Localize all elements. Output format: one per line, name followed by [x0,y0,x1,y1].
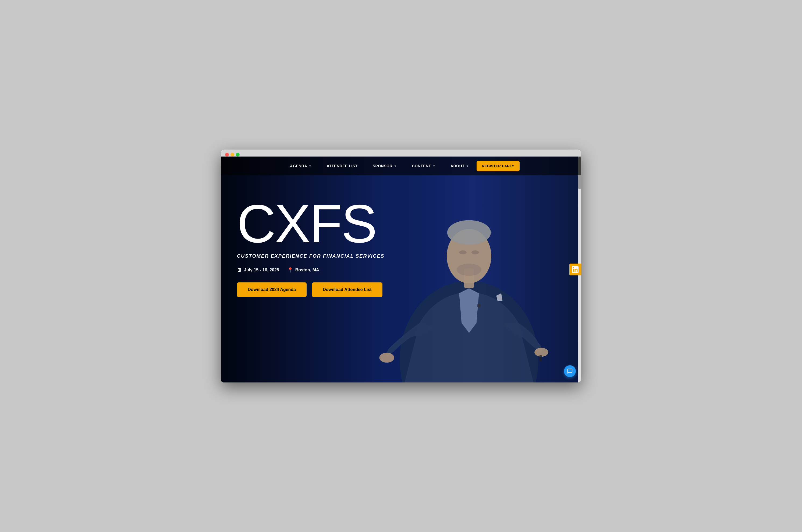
hero-location: 📍 Boston, MA [287,267,319,273]
location-pin-icon: 📍 [287,267,293,273]
minimize-button[interactable] [230,153,234,156]
hero-content: CXFS CUSTOMER EXPERIENCE FOR FINANCIAL S… [221,175,581,313]
hero-meta: 🗓 July 15 - 16, 2025 📍 Boston, MA [237,267,565,273]
sponsor-dropdown-arrow: ▼ [394,165,397,168]
nav-item-attendee-list[interactable]: ATTENDEE LIST [319,157,365,174]
maximize-button[interactable] [236,153,240,156]
agenda-dropdown-arrow: ▼ [309,165,311,168]
chat-icon [567,368,573,374]
content-dropdown-arrow: ▼ [433,165,435,168]
browser-chrome [221,150,581,156]
download-agenda-button[interactable]: Download 2024 Agenda [237,282,307,297]
about-dropdown-arrow: ▼ [466,165,469,168]
linkedin-icon [572,266,578,273]
browser-window: AGENDA ▼ ATTENDEE LIST SPONSOR ▼ CONTENT… [221,150,581,382]
linkedin-sidebar-button[interactable] [569,264,581,276]
register-early-button[interactable]: REGISTER EARLY [477,161,520,171]
hero-buttons: Download 2024 Agenda Download Attendee L… [237,282,565,297]
nav-label-attendee: ATTENDEE LIST [326,164,358,168]
nav-item-sponsor[interactable]: SPONSOR ▼ [365,157,404,174]
hero-date-text: July 15 - 16, 2025 [244,268,279,272]
close-button[interactable] [225,153,229,156]
nav-label-agenda: AGENDA [290,164,307,168]
nav-item-about[interactable]: ABOUT ▼ [443,157,477,174]
traffic-lights [225,153,240,156]
nav-label-about: ABOUT [451,164,464,168]
hero-title: CXFS [237,197,565,251]
nav-label-sponsor: SPONSOR [373,164,393,168]
nav-items: AGENDA ▼ ATTENDEE LIST SPONSOR ▼ CONTENT… [232,157,570,174]
nav-item-agenda[interactable]: AGENDA ▼ [282,157,319,174]
navbar: AGENDA ▼ ATTENDEE LIST SPONSOR ▼ CONTENT… [221,156,581,175]
hero-date: 🗓 July 15 - 16, 2025 [237,267,279,273]
nav-item-content[interactable]: CONTENT ▼ [404,157,443,174]
chat-widget-button[interactable] [564,365,576,377]
hero-subtitle: CUSTOMER EXPERIENCE FOR FINANCIAL SERVIC… [237,253,565,259]
svg-rect-9 [539,355,542,361]
svg-point-7 [379,353,394,363]
hero-location-text: Boston, MA [295,268,319,272]
download-attendee-button[interactable]: Download Attendee List [312,282,382,297]
browser-body: AGENDA ▼ ATTENDEE LIST SPONSOR ▼ CONTENT… [221,156,581,382]
calendar-icon: 🗓 [237,267,242,273]
nav-label-content: CONTENT [412,164,431,168]
